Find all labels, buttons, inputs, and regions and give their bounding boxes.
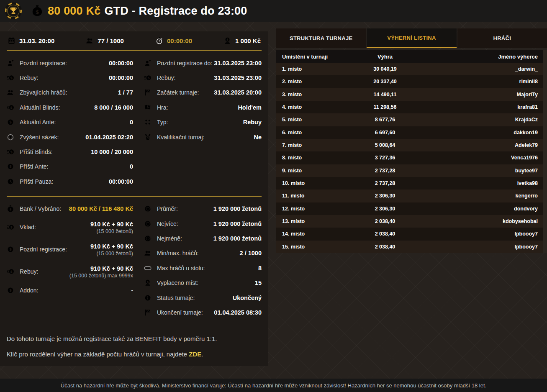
info-row: Zvýšení sázek: 01.04.2025 02:20 (7, 130, 133, 144)
info-value: 1 / 77 (118, 89, 133, 96)
medal-icon (144, 133, 152, 141)
chip-icon (144, 205, 152, 213)
chip-icon (144, 220, 152, 228)
info-row: Bank / Vybráno: 80 000 Kč / 116 480 Kč (7, 202, 133, 216)
info-label: Bank / Vybráno: (20, 205, 61, 212)
info-row: Pozdní registrace: 00:00:00 (7, 56, 133, 70)
coin-stand-icon (144, 279, 152, 287)
app-header: 80 000 KčGTD - Registrace do 23:00 (0, 0, 547, 22)
info-value: 1 920 000 žetonů (213, 205, 262, 212)
table-row: 10. místo 2 737,28 ivetka98 (276, 177, 547, 190)
info-column-top-right: Pozdní registrace do: 31.03.2025 23:00 R… (144, 56, 262, 189)
info-value: 910 Kč + 90 Kč (90, 243, 133, 250)
players-icon (7, 89, 14, 96)
info-label: Nejvíce: (157, 220, 178, 227)
cell-winner: riminii8 (419, 79, 547, 85)
info-column-bottom-right: Průměr: 1 920 000 žetonů Nejvíce: 1 920 … (144, 202, 262, 320)
table-row: 1. místo 30 040,19 _darwin_ (276, 63, 547, 75)
tournament-info-panel: 31.03. 20:00 77 / 1000 00:00:00 1 000 Kč… (0, 31, 268, 366)
info-value: 0 (130, 163, 133, 170)
prize-table-header: Umístění v turnaji Výhra Jméno výherce (276, 50, 547, 63)
prize-key-note: Klíč pro rozdělení výher na základě počt… (7, 351, 262, 358)
cell-winner: KrajdaCz (419, 117, 547, 123)
header-prize: Výhra (352, 54, 419, 60)
info-value: 2 / 1000 (240, 250, 262, 256)
info-label: Vyplaceno míst: (157, 279, 198, 286)
info-value: 1 920 000 žetonů (213, 220, 262, 227)
tab-label: STRUKTURA TURNAJE (290, 35, 353, 41)
info-column-top-left: Pozdní registrace: 00:00:00 Rebuy: 00:00… (7, 56, 133, 189)
arrow-up-circle-icon (7, 133, 14, 141)
cell-winner: buytee97 (419, 168, 547, 174)
info-row: Rebuy: 910 Kč + 90 Kč (15 000 žetonů) ma… (7, 261, 133, 283)
chip-icon (144, 235, 152, 242)
prize-key-link[interactable]: ZDE (189, 351, 201, 358)
person-plus-icon (144, 59, 152, 67)
info-row: Nejvíce: 1 920 000 žetonů (144, 216, 262, 231)
cards-icon (144, 104, 152, 111)
info-label: Zbývajících hráčů: (20, 89, 67, 96)
cell-winner: ivetka98 (419, 180, 547, 186)
cell-winner: _darwin_ (419, 66, 547, 72)
info-row: Vyplaceno míst: 15 (144, 275, 262, 290)
info-value: 910 Kč + 90 Kč (90, 221, 133, 228)
table-row: 8. místo 3 727,36 Venca1976 (276, 151, 547, 164)
dollar-coin-icon (7, 287, 14, 294)
info-row: Průměr: 1 920 000 žetonů (144, 202, 262, 216)
cell-place: 10. místo (276, 180, 352, 186)
info-row: Rebuy: 31.03.2025 23:00 (144, 70, 262, 85)
info-row: Začátek turnaje: 31.03.2025 20:00 (144, 85, 262, 100)
info-grid-bottom: Bank / Vybráno: 80 000 Kč / 116 480 Kč V… (6, 201, 262, 320)
players-icon (86, 37, 94, 45)
info-row: Rebuy: 00:00:00 (7, 70, 133, 85)
cell-prize: 2 038,40 (352, 231, 419, 237)
results-panel: STRUKTURA TURNAJE VÝHERNÍ LISTINA HRÁČI … (276, 28, 547, 253)
quick-stat-value: 00:00:00 (167, 37, 192, 44)
info-column-bottom-left: Bank / Vybráno: 80 000 Kč / 116 480 Kč V… (7, 202, 133, 320)
info-grid-top: Pozdní registrace: 00:00:00 Rebuy: 00:00… (6, 51, 262, 189)
info-row: Aktuální Ante: 0 (7, 115, 133, 130)
info-value: 31.03.2025 23:00 (214, 60, 262, 67)
prize-table: Umístění v turnaji Výhra Jméno výherce 1… (276, 50, 547, 253)
table-row: 11. místo 2 306,30 kengerro (276, 190, 547, 202)
info-value: 31.03.2025 23:00 (214, 74, 262, 81)
quick-stat: 1 000 Kč (223, 37, 261, 45)
title-text: GTD - Registrace do 23:00 (104, 5, 247, 17)
cell-prize: 3 727,36 (352, 155, 419, 161)
coin-speed-icon (7, 148, 14, 156)
quick-stat-value: 31.03. 20:00 (19, 37, 54, 44)
info-value: 10 000 / 20 000 (91, 149, 133, 155)
tab-structure[interactable]: STRUKTURA TURNAJE (276, 28, 366, 48)
cell-prize: 30 040,19 (352, 66, 419, 72)
table-row: 2. místo 20 337,40 riminii8 (276, 75, 547, 88)
cell-place: 3. místo (276, 92, 352, 97)
prize-table-body: 1. místo 30 040,19 _darwin_ 2. místo 20 … (276, 63, 547, 253)
coin-speed-icon (7, 74, 14, 82)
table-row: 6. místo 6 697,60 dakkon19 (276, 126, 547, 139)
quick-stat: 77 / 1000 (86, 37, 124, 45)
info-value: 80 000 Kč / 116 480 Kč (69, 205, 133, 212)
info-label: Příští Ante: (20, 163, 48, 170)
diamonds-icon (144, 118, 152, 126)
info-row: Zbývajících hráčů: 1 / 77 (7, 85, 133, 100)
moneybag-icon (31, 5, 44, 17)
info-label: Zvýšení sázek: (20, 134, 59, 141)
gambling-warning-footer: Účast na hazardní hře může být škodlivá.… (0, 379, 547, 392)
dollar-coin-icon (7, 163, 14, 170)
info-row: Pozdní registrace: 910 Kč + 90 Kč (15 00… (7, 238, 133, 261)
info-value: 31.03.2025 20:00 (214, 89, 262, 96)
cell-prize: 14 490,11 (352, 92, 419, 97)
info-label: Nejméně: (157, 235, 182, 242)
quick-stat-value: 1 000 Kč (235, 37, 261, 44)
cell-prize: 2 306,30 (352, 206, 419, 212)
info-value: 01.04.2025 08:30 (214, 309, 262, 316)
quick-stat-value: 77 / 1000 (98, 37, 124, 44)
info-subvalue: (15 000 žetonů) max 9999x (69, 273, 133, 279)
info-label: Rebuy: (157, 74, 175, 81)
cell-prize: 20 337,40 (352, 79, 419, 85)
table-scrollbar[interactable] (543, 50, 547, 253)
info-row: Kvalifikační turnaj: Ne (144, 130, 262, 144)
tab-players[interactable]: HRÁČI (457, 28, 547, 48)
guaranteed-amount: 80 000 Kč (48, 5, 100, 17)
tab-prize-list[interactable]: VÝHERNÍ LISTINA (367, 28, 456, 48)
